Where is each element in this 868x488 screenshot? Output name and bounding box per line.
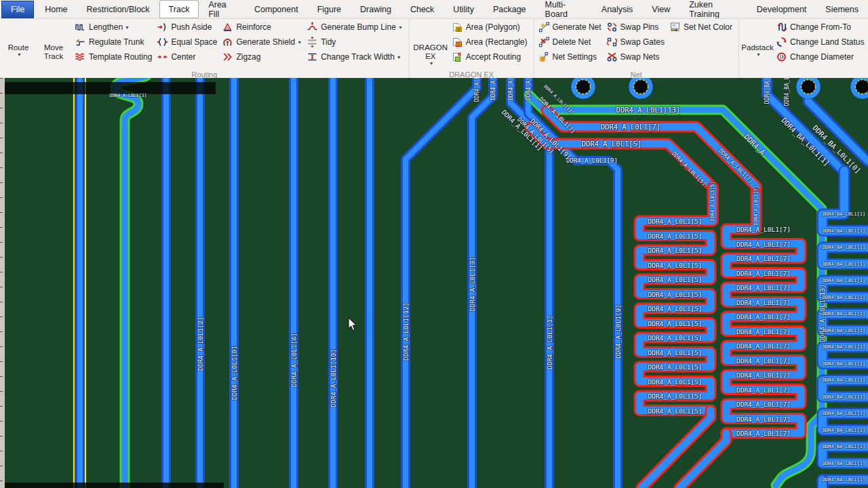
net-settings-button[interactable]: Net Settings: [536, 49, 604, 64]
swap-gates-icon: [606, 37, 618, 47]
net-label: DDR4_A_L0L1[1]: [546, 315, 553, 369]
button-label: Change From-To: [790, 22, 851, 32]
push-aside-icon: [157, 22, 168, 33]
change-land-status-button[interactable]: Change Land Status: [774, 35, 866, 49]
reinforce-icon: [222, 22, 233, 33]
route-button[interactable]: Route▼: [2, 20, 35, 58]
ribbon-group-pac: Padstack▼Change From-ToChange Land Statu…: [739, 19, 868, 79]
set-net-color-button[interactable]: Set Net Color: [667, 20, 734, 35]
delete-net-button[interactable]: Delete Net: [536, 35, 604, 49]
change-diameter-button[interactable]: Change Diameter: [774, 49, 866, 64]
swap-pins-icon: [606, 22, 618, 33]
net-label: DDR4_A_L0L1[7]: [736, 327, 791, 335]
swap-gates-button[interactable]: Swap Gates: [604, 35, 667, 49]
pcb-design-canvas[interactable]: DDR4_A_L0L1[13]DDR4_A_L0L1[7]DDR4_A_L0L1…: [0, 78, 868, 488]
net-label: DDR4_A_L0L1[7]: [736, 298, 791, 306]
net-label: DDR4_BA_L0L1[1]: [823, 378, 865, 383]
big-button-label: Padstack: [741, 43, 773, 52]
button-label: Swap Nets: [620, 52, 660, 62]
via[interactable]: [850, 78, 868, 99]
canvas-ruler: [0, 78, 5, 488]
button-label: Reinforce: [236, 22, 271, 32]
area-rectangle--button[interactable]: DArea (Rectangle): [450, 35, 530, 49]
net-label: DDR4_BA_L0L1[1]: [823, 344, 865, 350]
dropdown-arrow-icon[interactable]: ▼: [429, 61, 434, 66]
net-label: DDR4_A_L0L1[5]: [648, 407, 702, 414]
change-diameter-icon: [776, 52, 787, 62]
tab-figure[interactable]: Figure: [308, 0, 351, 18]
tab-zuken-training[interactable]: Zuken Training: [679, 0, 747, 18]
dropdown-arrow-icon[interactable]: ▼: [756, 52, 761, 58]
lengthen-button[interactable]: Lengthen▼: [73, 20, 154, 35]
application-window: { "tabs": { "active": "Track", "items": …: [0, 0, 868, 488]
tab-utility[interactable]: Utility: [443, 0, 484, 18]
tab-package[interactable]: Package: [484, 0, 536, 18]
big-button-label: Move Track: [36, 43, 71, 61]
button-label: Change Land Status: [790, 37, 864, 47]
dropdown-arrow-icon[interactable]: ▼: [398, 25, 403, 30]
delete-net-icon: [538, 37, 550, 47]
tab-component[interactable]: Component: [245, 0, 308, 18]
change-from-to-button[interactable]: Change From-To: [774, 20, 866, 35]
tab-track[interactable]: Track: [159, 0, 199, 18]
equal-space-icon: [157, 37, 168, 47]
ribbon-column: Swap PinsSwap GatesSwap Nets: [604, 20, 667, 64]
generate-bump-line-icon: [307, 22, 318, 33]
generate-net-button[interactable]: Generate Net: [536, 20, 604, 35]
push-aside-button[interactable]: Push Aside: [155, 20, 219, 35]
dragon-ex-button[interactable]: DDRAGON EX▼: [412, 20, 450, 66]
button-label: Regulate Trunk: [89, 37, 144, 47]
dropdown-arrow-icon[interactable]: ▼: [17, 52, 22, 58]
net-label: DDR4_A_L0L1[9]: [614, 304, 622, 359]
tidy-button[interactable]: Tidy: [304, 35, 405, 49]
button-label: Push Aside: [171, 22, 212, 32]
tab-development[interactable]: Development: [747, 0, 816, 18]
padstack-button[interactable]: Padstack▼: [741, 20, 774, 58]
dropdown-arrow-icon[interactable]: ▼: [397, 55, 401, 60]
area-polygon--button[interactable]: DArea (Polygon): [450, 20, 530, 35]
net-label: DDR4_A_L0L1[7]: [736, 240, 791, 247]
dropdown-arrow-icon[interactable]: ▼: [125, 25, 130, 30]
generate-bump-line-button[interactable]: Generate Bump Line▼: [304, 20, 405, 35]
equal-space-button[interactable]: Equal Space: [155, 35, 219, 49]
button-label: Zigzag: [236, 52, 260, 62]
net-label: DDR4_A_L0L1[1]: [508, 78, 514, 100]
net-label: DDR4_A_L0L1[9]: [526, 78, 532, 100]
accept-routing-icon: [452, 52, 463, 62]
tab-multi-board[interactable]: Multi-Board: [536, 0, 592, 18]
ribbon-column: Push AsideEqual SpaceCenter: [155, 20, 219, 64]
tab-siemens[interactable]: Siemens: [816, 0, 868, 18]
tab-analysis[interactable]: Analysis: [592, 0, 643, 18]
change-track-width-button[interactable]: Change Track Width▼: [304, 49, 405, 64]
net-label: DDR4_A_L0L1[5]: [648, 334, 702, 342]
swap-pins-button[interactable]: Swap Pins: [604, 20, 667, 35]
swap-nets-button[interactable]: Swap Nets: [604, 49, 667, 64]
ribbon-group-dragon-ex: DDRAGON EX▼DArea (Polygon)DArea (Rectang…: [410, 19, 534, 79]
regulate-trunk-button[interactable]: Regulate Trunk: [73, 35, 154, 49]
tab-home[interactable]: Home: [35, 0, 77, 18]
move-track-button[interactable]: Move Track: [35, 20, 73, 61]
net-label: DDR4_A_L0L1[5]: [648, 261, 702, 268]
tab-restriction-block[interactable]: Restriction/Block: [77, 0, 159, 18]
center-button[interactable]: Center: [155, 49, 219, 64]
via[interactable]: [629, 78, 653, 99]
net-label: DDR4_BA_L0L1[1]: [823, 311, 865, 317]
tab-file[interactable]: File: [1, 1, 34, 18]
tab-drawing[interactable]: Drawing: [351, 0, 401, 18]
via[interactable]: [796, 78, 821, 99]
swap-nets-icon: [606, 52, 618, 62]
zigzag-button[interactable]: Zigzag: [220, 49, 304, 64]
tab-area-fill[interactable]: Area Fill: [199, 0, 245, 18]
tab-check[interactable]: Check: [401, 0, 443, 18]
generate-shield-button[interactable]: Generate Shield▼: [220, 35, 304, 49]
tab-view[interactable]: View: [642, 0, 679, 18]
via[interactable]: [571, 78, 595, 99]
net-label: DDR4_A_L0L1[7]: [736, 313, 791, 321]
template-routing-button[interactable]: Template Routing: [73, 49, 154, 64]
accept-routing-button[interactable]: Accept Routing: [450, 49, 530, 64]
net-label: DDR4_BA_L0L1[1]: [823, 278, 865, 283]
net-label: DDR4_A_L0L1[5]: [648, 392, 702, 400]
net-label: DDR4_BA_L0L1[1]: [823, 461, 865, 466]
reinforce-button[interactable]: Reinforce: [220, 20, 304, 35]
dropdown-arrow-icon[interactable]: ▼: [297, 40, 302, 45]
